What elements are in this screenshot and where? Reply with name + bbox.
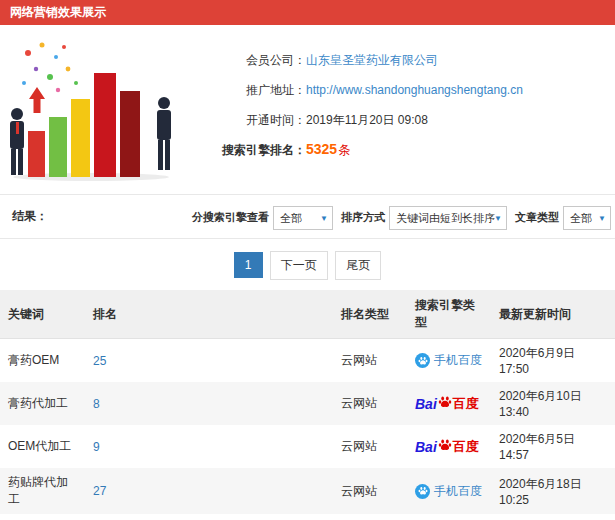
mobile-baidu-logo: 手机百度 [415, 352, 482, 369]
table-row: OEM代加工9云网站Bai百度2020年6月5日 14:57 [0, 425, 615, 468]
header-keyword: 关键词 [0, 290, 85, 339]
page-next[interactable]: 下一页 [270, 251, 328, 280]
baidu-logo: Bai百度 [415, 438, 479, 456]
header-rank: 排名 [85, 290, 333, 339]
table-header-row: 关键词 排名 排名类型 搜索引擎类型 最新更新时间 [0, 290, 615, 339]
rank-type-cell: 云网站 [333, 339, 407, 383]
filter-bar: 结果： 分搜索引擎查看 全部 排序方式 关键词由短到长排序 文章类型 全部 提交 [0, 194, 615, 239]
rank-link[interactable]: 25 [85, 339, 333, 383]
rank-type-cell: 云网站 [333, 382, 407, 425]
baidu-logo-cn: 百度 [453, 438, 479, 456]
promo-url-row: 推广地址： http://www.shandonghuangshengtang.… [188, 75, 523, 105]
updated-cell: 2020年6月11日 11:18 [491, 514, 615, 520]
table-row: 膏药代加工8云网站Bai百度2020年6月10日 13:40 [0, 382, 615, 425]
engine-filter-label: 分搜索引擎查看 [192, 210, 269, 225]
paw-icon [415, 353, 430, 368]
result-label: 结果： [12, 208, 48, 225]
page-last[interactable]: 尾页 [335, 251, 381, 280]
keyword-cell: 北京膏药贴牌 [0, 514, 85, 520]
page-current[interactable]: 1 [234, 252, 263, 278]
rank-count-row: 搜索引擎排名： 5325条 [188, 135, 523, 165]
table-row: 药贴牌代加工27云网站手机百度2020年6月18日 10:25 [0, 468, 615, 514]
rank-type-cell: 云网站 [333, 425, 407, 468]
updated-cell: 2020年6月9日 17:50 [491, 339, 615, 383]
engine-cell: 手机百度 [407, 339, 491, 383]
sort-select[interactable]: 关键词由短到长排序 [389, 206, 507, 230]
engine-cell: 手机百度 [407, 468, 491, 514]
baidu-logo-text: Bai [415, 396, 437, 412]
baidu-logo-cn: 百度 [453, 395, 479, 413]
rank-count-suffix: 条 [338, 143, 350, 157]
rank-count: 5325条 [306, 141, 350, 159]
rank-link[interactable]: 9 [85, 425, 333, 468]
open-time-label: 开通时间： [188, 112, 306, 129]
company-label: 会员公司： [188, 52, 306, 69]
mobile-baidu-label: 手机百度 [434, 483, 482, 500]
mobile-baidu-logo: 手机百度 [415, 483, 482, 500]
promo-url-link[interactable]: http://www.shandonghuangshengtang.cn [306, 83, 523, 97]
open-time-row: 开通时间： 2019年11月20日 09:08 [188, 105, 523, 135]
rank-count-label: 搜索引擎排名： [188, 142, 306, 159]
engine-cell: Bai百度 [407, 382, 491, 425]
info-section: 会员公司： 山东皇圣堂药业有限公司 推广地址： http://www.shand… [0, 25, 615, 194]
updated-cell: 2020年6月10日 13:40 [491, 382, 615, 425]
engine-select-value: 全部 [280, 212, 302, 224]
paw-icon [437, 395, 453, 412]
keyword-cell: 膏药代加工 [0, 382, 85, 425]
promo-url-label: 推广地址： [188, 82, 306, 99]
sort-select-value: 关键词由短到长排序 [396, 212, 495, 224]
rank-link[interactable]: 27 [85, 468, 333, 514]
mobile-baidu-label: 手机百度 [434, 352, 482, 369]
baidu-logo: Bai百度 [415, 395, 479, 413]
updated-cell: 2020年6月18日 10:25 [491, 468, 615, 514]
table-row: 北京膏药贴牌1云网站Bai百度2020年6月11日 11:18 [0, 514, 615, 520]
pagination: 1 下一页 尾页 [0, 239, 615, 290]
rank-type-cell: 云网站 [333, 468, 407, 514]
keyword-cell: 药贴牌代加工 [0, 468, 85, 514]
rank-count-value: 5325 [306, 141, 337, 157]
header-engine-type: 搜索引擎类型 [407, 290, 491, 339]
company-link[interactable]: 山东皇圣堂药业有限公司 [306, 52, 438, 69]
rank-type-cell: 云网站 [333, 514, 407, 520]
engine-cell: Bai百度 [407, 425, 491, 468]
filter-controls: 分搜索引擎查看 全部 排序方式 关键词由短到长排序 文章类型 全部 提交 [192, 195, 615, 239]
info-fields: 会员公司： 山东皇圣堂药业有限公司 推广地址： http://www.shand… [188, 35, 523, 186]
table-row: 膏药OEM25云网站手机百度2020年6月9日 17:50 [0, 339, 615, 383]
baidu-logo-text: Bai [415, 439, 437, 455]
rank-link[interactable]: 1 [85, 514, 333, 520]
open-time-value: 2019年11月20日 09:08 [306, 112, 428, 129]
paw-icon [415, 484, 430, 499]
updated-cell: 2020年6月5日 14:57 [491, 425, 615, 468]
keyword-cell: 膏药OEM [0, 339, 85, 383]
rank-link[interactable]: 8 [85, 382, 333, 425]
keyword-cell: OEM代加工 [0, 425, 85, 468]
engine-select[interactable]: 全部 [273, 206, 333, 230]
results-table: 关键词 排名 排名类型 搜索引擎类型 最新更新时间 膏药OEM25云网站手机百度… [0, 290, 615, 520]
company-row: 会员公司： 山东皇圣堂药业有限公司 [188, 45, 523, 75]
article-type-select[interactable]: 全部 [563, 206, 611, 230]
chart-illustration [0, 35, 188, 186]
engine-cell: Bai百度 [407, 514, 491, 520]
header-rank-type: 排名类型 [333, 290, 407, 339]
header-updated: 最新更新时间 [491, 290, 615, 339]
article-type-select-value: 全部 [570, 212, 592, 224]
table-body: 膏药OEM25云网站手机百度2020年6月9日 17:50膏药代加工8云网站Ba… [0, 339, 615, 520]
paw-icon [437, 438, 453, 455]
article-type-label: 文章类型 [515, 210, 559, 225]
sort-label: 排序方式 [341, 210, 385, 225]
page-title: 网络营销效果展示 [0, 0, 615, 25]
